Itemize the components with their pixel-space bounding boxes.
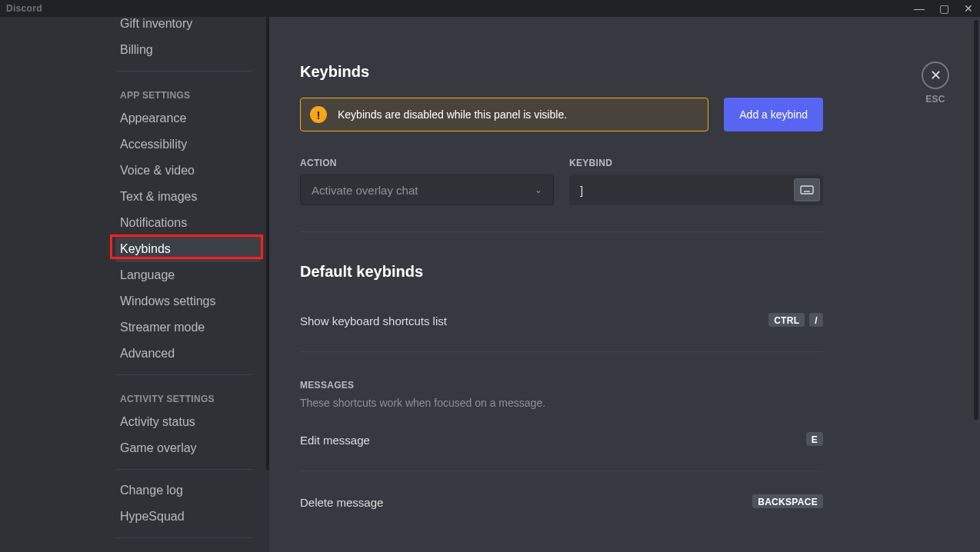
window-controls: — ▢ ✕ (912, 3, 975, 14)
divider (300, 351, 823, 352)
sidebar-divider (115, 374, 254, 375)
add-keybind-button[interactable]: Add a keybind (724, 98, 823, 131)
keybind-row: Edit message E (300, 427, 823, 452)
sidebar-item-activity-status[interactable]: Activity status (115, 409, 262, 435)
svg-rect-0 (801, 186, 813, 194)
maximize-icon[interactable]: ▢ (937, 3, 951, 14)
keybind-input[interactable]: ] (569, 175, 823, 205)
sidebar-item-advanced[interactable]: Advanced (115, 341, 262, 367)
scrollbar-thumb[interactable] (974, 20, 978, 420)
close-window-icon[interactable]: ✕ (962, 3, 975, 14)
keybind-row-keys: CTRL / (768, 313, 823, 328)
key-cap: BACKSPACE (752, 494, 823, 510)
titlebar: Discord — ▢ ✕ (0, 0, 980, 17)
close-label: ESC (922, 94, 949, 105)
action-select-value: Activate overlay chat (312, 184, 418, 197)
keybind-row: Show keyboard shortcuts list CTRL / (300, 308, 823, 333)
key-cap: / (809, 313, 823, 328)
sidebar-item-text-images[interactable]: Text & images (115, 184, 262, 210)
close-button[interactable]: ✕ (922, 62, 949, 89)
sidebar-item-windows-settings[interactable]: Windows settings (115, 288, 262, 314)
sidebar-item-logout[interactable]: Log out (115, 546, 262, 552)
sidebar-item-game-overlay[interactable]: Game overlay (115, 435, 262, 461)
page-title: Keybinds (300, 63, 823, 81)
divider (300, 231, 823, 232)
divider (300, 471, 823, 471)
keybind-field-label: KEYBIND (569, 158, 823, 168)
warning-text: Keybinds are disabled while this panel i… (338, 108, 567, 121)
sidebar-item-keybinds[interactable]: Keybinds (115, 236, 262, 262)
keybind-row: Delete message BACKSPACE (300, 490, 823, 514)
record-keybind-button[interactable] (794, 178, 820, 201)
sidebar-item-gift-inventory[interactable]: Gift inventory (115, 17, 262, 37)
sidebar-item-voice-video[interactable]: Voice & video (115, 158, 262, 184)
sidebar-item-change-log[interactable]: Change log (115, 477, 262, 504)
minimize-icon[interactable]: — (912, 3, 926, 14)
chevron-down-icon: ⌄ (535, 185, 542, 195)
sidebar-item-billing[interactable]: Billing (115, 37, 262, 63)
key-cap: CTRL (768, 313, 805, 328)
sidebar-item-accessibility[interactable]: Accessibility (115, 131, 262, 158)
app-brand: Discord (6, 3, 42, 14)
action-field-label: ACTION (300, 158, 554, 168)
sidebar-header-app-settings: APP SETTINGS (115, 79, 262, 105)
content-scrollbar[interactable] (974, 17, 980, 552)
sidebar-item-appearance[interactable]: Appearance (115, 105, 262, 131)
sidebar-item-notifications[interactable]: Notifications (115, 210, 262, 236)
keybind-value: ] (580, 184, 583, 197)
sidebar-header-activity-settings: ACTIVITY SETTINGS (115, 383, 262, 409)
keybind-row-label: Edit message (300, 434, 370, 447)
close-settings: ✕ ESC (922, 62, 949, 105)
keybind-row-label: Delete message (300, 496, 383, 509)
sidebar-divider (115, 71, 254, 71)
messages-section-description: These shortcuts work when focused on a m… (300, 397, 823, 409)
warning-notice: ! Keybinds are disabled while this panel… (300, 98, 708, 131)
sidebar-item-hypesquad[interactable]: HypeSquad (115, 504, 262, 530)
key-cap: E (806, 432, 823, 447)
close-icon: ✕ (930, 67, 942, 84)
settings-sidebar: Gift inventory Billing APP SETTINGS Appe… (0, 17, 269, 552)
keyboard-icon (800, 185, 814, 195)
sidebar-item-language[interactable]: Language (115, 262, 262, 288)
settings-content: Keybinds ! Keybinds are disabled while t… (269, 17, 980, 552)
messages-section-header: MESSAGES (300, 380, 823, 391)
default-keybinds-title: Default keybinds (300, 263, 823, 281)
keybind-row-keys: E (806, 432, 823, 447)
sidebar-item-streamer-mode[interactable]: Streamer mode (115, 314, 262, 341)
sidebar-divider (115, 469, 254, 470)
keybind-row-label: Show keyboard shortcuts list (300, 314, 447, 328)
sidebar-divider (115, 537, 254, 538)
exclamation-icon: ! (310, 106, 327, 123)
keybind-row-keys: BACKSPACE (752, 494, 823, 510)
action-select[interactable]: Activate overlay chat ⌄ (300, 175, 554, 205)
